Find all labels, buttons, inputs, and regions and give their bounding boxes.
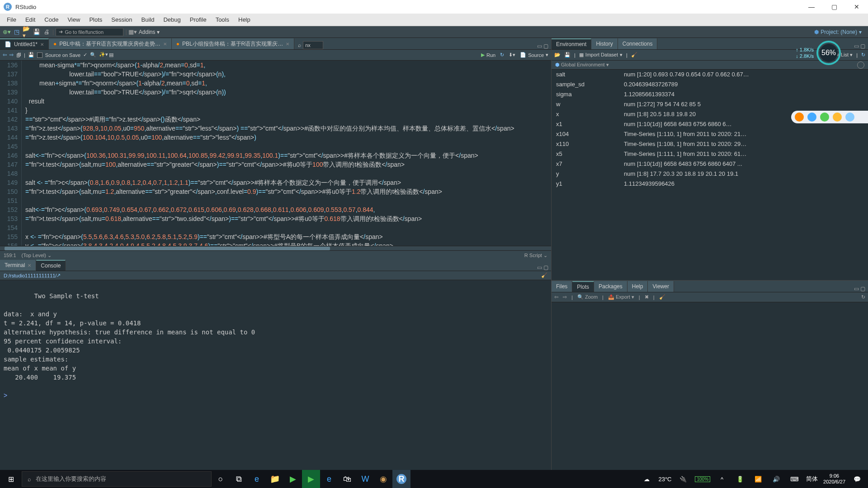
forward-icon[interactable]: ⇨ [9, 52, 14, 58]
console-min-icon[interactable]: ▭ [537, 264, 542, 271]
env-min-icon[interactable]: ▭ [854, 43, 859, 49]
file-type-label[interactable]: R Script ⌄ [524, 253, 547, 258]
console-output[interactable]: Two Sample t-test data: x and y t = 2.24… [0, 280, 551, 470]
import-dataset-menu[interactable]: ▦Import Dataset ▾ [579, 52, 623, 58]
env-search-icon[interactable] [857, 61, 864, 69]
keyboard-icon[interactable]: ⌨ [788, 470, 801, 488]
menu-tools[interactable]: Tools [211, 16, 234, 23]
env-var-salt[interactable]: saltnum [1:20] 0.693 0.749 0.654 0.67 0.… [552, 70, 868, 80]
env-var-y[interactable]: ynum [1:8] 17.7 20.3 20 18.8 19 20.1 20 … [552, 169, 868, 179]
dock-icon-1[interactable] [795, 113, 804, 122]
dock-icon-4[interactable] [833, 113, 842, 122]
export-button[interactable]: 📤 Export ▾ [608, 294, 634, 300]
save-workspace-icon[interactable]: 💾 [564, 52, 571, 58]
minimize-button[interactable]: — [800, 0, 823, 14]
start-button[interactable]: ⊞ [0, 470, 22, 488]
scope-selector[interactable]: (Top Level) ⌄ [22, 253, 52, 258]
tab-search[interactable]: ⌕ [294, 41, 327, 49]
env-tab-history[interactable]: History [591, 38, 618, 49]
src-min-icon[interactable]: ▭ [537, 43, 542, 49]
dock-icon-2[interactable] [807, 113, 816, 122]
notifications-icon[interactable]: 💬 [851, 470, 863, 488]
tray-expand-icon[interactable]: ^ [716, 470, 728, 488]
env-tab-environment[interactable]: Environment [552, 38, 591, 49]
console-tab-console[interactable]: Console [36, 260, 66, 271]
save-icon[interactable]: 💾 [33, 28, 41, 36]
plot-tab-plots[interactable]: Plots [572, 281, 594, 292]
menu-plots[interactable]: Plots [85, 16, 107, 23]
menu-help[interactable]: Help [234, 16, 255, 23]
open-file-icon[interactable]: 📂▾ [23, 28, 31, 36]
close-button[interactable]: ✕ [845, 0, 868, 14]
plot-tab-viewer[interactable]: Viewer [648, 281, 674, 292]
menu-profile[interactable]: Profile [185, 16, 211, 23]
new-project-icon[interactable]: ◳ [13, 28, 21, 36]
src-max-icon[interactable]: ▢ [543, 43, 548, 49]
env-var-y1[interactable]: y11.11234939596426 [552, 179, 868, 189]
source-chunk-icon[interactable]: ⬇▾ [509, 52, 515, 58]
env-var-x110[interactable]: x110Time-Series [1:108, 1] from 2011 to … [552, 139, 868, 149]
spellcheck-icon[interactable]: ✓ [83, 52, 87, 58]
env-scope-selector[interactable]: ⬢ Global Environment ▾ [555, 62, 609, 68]
menu-view[interactable]: View [63, 16, 85, 23]
iqiyi-icon[interactable]: ▶ [302, 470, 320, 488]
maximize-button[interactable]: ▢ [823, 0, 845, 14]
menu-code[interactable]: Code [40, 16, 63, 23]
plot-next-icon[interactable]: ⇨ [563, 294, 567, 300]
word-icon[interactable]: W [356, 470, 374, 488]
back-icon[interactable]: ⇦ [3, 52, 7, 58]
plot-prev-icon[interactable]: ⇦ [554, 294, 558, 300]
store-icon[interactable]: 🛍 [338, 470, 356, 488]
plot-min-icon[interactable]: ▭ [854, 286, 859, 292]
menu-session[interactable]: Session [107, 16, 137, 23]
dock-icon-5[interactable] [845, 113, 854, 122]
env-tab-connections[interactable]: Connections [618, 38, 658, 49]
rerun-icon[interactable]: ↻ [500, 52, 504, 58]
menu-file[interactable]: File [2, 16, 21, 23]
explorer-icon[interactable]: 📁 [266, 470, 284, 488]
project-selector[interactable]: ⬢Project: (None) ▾ [814, 29, 865, 35]
clear-env-icon[interactable]: 🧹 [631, 52, 637, 58]
wifi-icon[interactable]: 📶 [752, 470, 764, 488]
grid-icon[interactable]: ▦▾ [129, 28, 137, 36]
print-icon[interactable]: 🖨 [42, 28, 51, 36]
remove-plot-icon[interactable]: ✖ [645, 294, 649, 300]
menu-edit[interactable]: Edit [21, 16, 40, 23]
menu-debug[interactable]: Debug [159, 16, 185, 23]
env-var-sigma[interactable]: sigma1.12085661393374 [552, 89, 868, 99]
media-icon[interactable]: ▶ [284, 470, 302, 488]
console-tab-terminal[interactable]: Terminal✕ [0, 260, 36, 271]
edge-icon[interactable]: e [248, 470, 266, 488]
weather-icon[interactable]: ☁ [640, 470, 653, 488]
zoom-button[interactable]: 🔍 Zoom [577, 294, 598, 300]
save-icon[interactable]: 💾 [28, 52, 34, 58]
battery-level[interactable]: 100% [695, 476, 710, 482]
env-var-w[interactable]: wnum [1:272] 79 54 74 62 85 5 [552, 99, 868, 109]
side-app-dock[interactable] [791, 111, 868, 123]
source-tab-0[interactable]: 📄Untitled1*✕ [0, 38, 49, 49]
taskbar-search[interactable]: ⌕ 在这里输入你要搜索的内容 [22, 471, 212, 487]
source-tab-1[interactable]: ●PBL中稿：基于R语言实现重庆房价走势…✕ [49, 38, 172, 49]
show-in-new-icon[interactable]: 🗐 [16, 52, 21, 58]
plot-tab-packages[interactable]: Packages [594, 281, 627, 292]
power-icon[interactable]: 🔋 [734, 470, 746, 488]
notebook-icon[interactable]: ▤ [109, 52, 113, 58]
env-var-sample_sd[interactable]: sample_sd0.204639483726789 [552, 80, 868, 89]
console-max-icon[interactable]: ▢ [543, 264, 548, 271]
cortana-icon[interactable]: ○ [212, 470, 230, 488]
source-on-save-checkbox[interactable] [37, 52, 42, 58]
source-tab-2[interactable]: ●PBL小组报告终稿：基于R语言实现重庆…✕ [172, 38, 295, 49]
system-clock[interactable]: 9:06 2020/6/27 [823, 473, 845, 485]
plot-tab-files[interactable]: Files [552, 281, 572, 292]
env-var-x7[interactable]: x7num [1:10(1d)] 6658 6483 6756 6860 640… [552, 159, 868, 169]
env-var-x104[interactable]: x104Time-Series [1:110, 1] from 2011 to … [552, 129, 868, 139]
ie-icon[interactable]: e [320, 470, 338, 488]
editor-hscroll[interactable] [0, 246, 551, 250]
wand-icon[interactable]: ✨▾ [99, 52, 106, 59]
env-variable-list[interactable]: saltnum [1:20] 0.693 0.749 0.654 0.67 0.… [552, 70, 868, 280]
plot-max-icon[interactable]: ▢ [860, 286, 865, 292]
refresh-env-icon[interactable]: ↻ [861, 52, 865, 58]
rstudio-taskbar-icon[interactable]: R [392, 470, 410, 488]
find-icon[interactable]: 🔍 [90, 52, 96, 58]
menu-build[interactable]: Build [137, 16, 159, 23]
